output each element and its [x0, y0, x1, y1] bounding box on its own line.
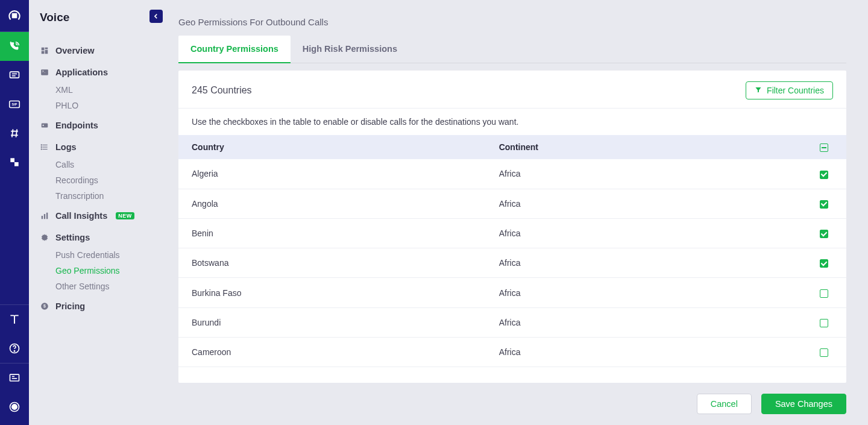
countries-table: Country Continent AlgeriaAfricaAngolaAfr…: [178, 135, 846, 367]
sidebar-item-pricing[interactable]: $ Pricing: [29, 297, 157, 316]
svg-point-41: [41, 149, 42, 150]
cell-continent: Africa: [486, 278, 807, 307]
svg-rect-10: [10, 72, 19, 78]
row-checkbox[interactable]: [820, 230, 828, 238]
app-logo-icon[interactable]: [0, 0, 29, 31]
sidebar-item-label: Endpoints: [55, 121, 98, 130]
rail-billing-icon[interactable]: [0, 364, 29, 392]
footer-actions: Cancel Save Changes: [178, 383, 846, 425]
icon-rail: SIP: [0, 0, 29, 425]
rail-account-icon[interactable]: [0, 392, 29, 421]
sidebar-title: Voice: [29, 11, 157, 24]
cell-continent: Africa: [486, 248, 807, 278]
new-badge: NEW: [116, 212, 134, 219]
sidebar-item-label: Call Insights: [55, 211, 107, 221]
table-row: AlgeriaAfrica: [178, 159, 846, 189]
cell-country: Burundi: [178, 307, 486, 337]
svg-text:$: $: [43, 304, 46, 309]
column-header-country: Country: [178, 135, 486, 159]
cell-country: Angola: [178, 189, 486, 218]
svg-point-35: [43, 125, 44, 126]
sidebar-collapse-button[interactable]: [149, 10, 163, 23]
rail-messaging-icon[interactable]: [0, 61, 29, 90]
column-header-continent: Continent: [486, 135, 807, 159]
rail-numbers-icon[interactable]: [0, 119, 29, 148]
svg-rect-30: [45, 50, 48, 54]
page-heading: Geo Permissions For Outbound Calls: [178, 17, 846, 27]
sidebar-item-logs[interactable]: Logs: [29, 137, 157, 157]
cell-continent: Africa: [486, 189, 807, 218]
rail-zentrunk-icon[interactable]: [0, 148, 29, 177]
column-header-select-all: [807, 135, 846, 159]
rail-docs-icon[interactable]: [0, 305, 29, 334]
svg-rect-23: [10, 374, 19, 381]
settings-icon: [40, 233, 49, 242]
row-checkbox[interactable]: [820, 289, 828, 298]
save-changes-button[interactable]: Save Changes: [761, 394, 846, 414]
countries-table-wrapper[interactable]: Country Continent AlgeriaAfricaAngolaAfr…: [178, 135, 846, 383]
rail-sip-icon[interactable]: SIP: [0, 90, 29, 119]
select-all-checkbox[interactable]: [820, 143, 828, 152]
tab-country-permissions[interactable]: Country Permissions: [178, 36, 291, 63]
sidebar-item-applications[interactable]: >_ Applications: [29, 63, 157, 82]
call-insights-icon: [40, 212, 49, 220]
row-checkbox[interactable]: [820, 259, 828, 268]
sidebar-item-overview[interactable]: Overview: [29, 41, 157, 60]
row-checkbox[interactable]: [820, 171, 828, 179]
sidebar-sub-geo-permissions[interactable]: Geo Permissions: [29, 263, 157, 279]
cell-continent: Africa: [486, 307, 807, 337]
svg-rect-29: [45, 48, 48, 49]
sidebar-item-settings[interactable]: Settings: [29, 228, 157, 247]
main-content: Geo Permissions For Outbound Calls Count…: [157, 0, 868, 425]
applications-icon: >_: [40, 68, 49, 77]
svg-line-17: [12, 129, 13, 137]
sidebar-sub-phlo[interactable]: PHLO: [29, 98, 157, 113]
sidebar-item-endpoints[interactable]: Endpoints: [29, 116, 157, 135]
table-row: AngolaAfrica: [178, 189, 846, 218]
svg-rect-43: [44, 214, 45, 219]
cell-country: Benin: [178, 218, 486, 248]
svg-point-22: [14, 351, 14, 351]
sidebar-sub-transcription[interactable]: Transcription: [29, 188, 157, 204]
cell-country: Burkina Faso: [178, 278, 486, 307]
svg-text:>_: >_: [42, 70, 46, 73]
sidebar-sub-other-settings[interactable]: Other Settings: [29, 279, 157, 294]
row-checkbox[interactable]: [820, 348, 828, 357]
sidebar-sub-push-credentials[interactable]: Push Credentials: [29, 247, 157, 263]
rail-voice-icon[interactable]: [0, 32, 29, 61]
rail-help-icon[interactable]: [0, 334, 29, 363]
sidebar-sub-calls[interactable]: Calls: [29, 157, 157, 172]
svg-line-18: [16, 129, 17, 137]
sidebar-item-call-insights[interactable]: Call Insights NEW: [29, 206, 157, 225]
svg-rect-31: [42, 51, 45, 54]
sidebar-sub-recordings[interactable]: Recordings: [29, 172, 157, 188]
tab-high-risk-permissions[interactable]: High Risk Permissions: [291, 36, 409, 63]
permissions-panel: 245 Countries Filter Countries Use the c…: [178, 71, 846, 383]
tabs: Country Permissions High Risk Permission…: [178, 36, 846, 63]
svg-rect-19: [10, 158, 14, 162]
cell-continent: Africa: [486, 218, 807, 248]
svg-rect-28: [42, 48, 45, 51]
filter-icon: [755, 86, 762, 95]
endpoints-icon: [40, 121, 49, 130]
filter-countries-button[interactable]: Filter Countries: [746, 81, 833, 99]
table-row: BeninAfrica: [178, 218, 846, 248]
cancel-button[interactable]: Cancel: [697, 394, 752, 414]
sidebar-sub-xml[interactable]: XML: [29, 82, 157, 98]
country-count-title: 245 Countries: [192, 85, 252, 96]
overview-icon: [40, 46, 49, 55]
row-checkbox[interactable]: [820, 319, 828, 327]
logs-icon: [40, 143, 49, 151]
cell-continent: Africa: [486, 338, 807, 367]
row-checkbox[interactable]: [820, 200, 828, 209]
table-row: Burkina FasoAfrica: [178, 278, 846, 307]
svg-point-40: [41, 146, 42, 147]
sidebar-item-label: Applications: [55, 68, 108, 77]
cell-country: Botswana: [178, 248, 486, 278]
cell-country: Cameroon: [178, 338, 486, 367]
table-row: CameroonAfrica: [178, 338, 846, 367]
svg-rect-44: [46, 213, 48, 219]
svg-text:SIP: SIP: [12, 102, 17, 106]
table-row: BurundiAfrica: [178, 307, 846, 337]
svg-point-9: [15, 16, 16, 17]
